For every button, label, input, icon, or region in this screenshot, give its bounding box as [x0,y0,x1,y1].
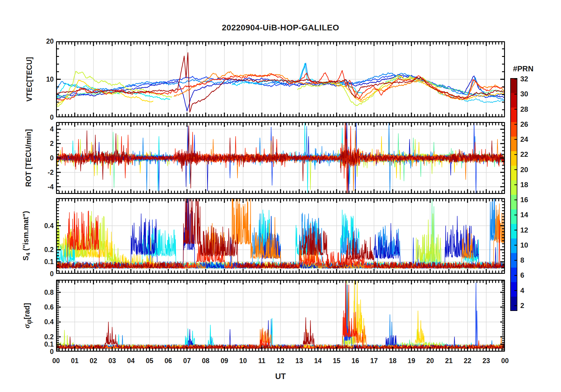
s4-panel-canvas [56,198,505,274]
vtec-panel-canvas [56,41,505,117]
y-tick-label: 2 [31,140,54,147]
colorbar-tick-label: 32 [520,75,541,83]
x-tick-label: 00 [52,357,60,364]
x-tick-label: 01 [71,357,79,364]
y-tick-label: 0 [31,348,54,355]
x-axis-label: UT [56,372,505,381]
x-tick-label: 17 [370,357,378,364]
colorbar-tick-label: 4 [520,287,541,294]
x-tick-label: 12 [277,357,284,364]
y-tick-label: -2 [31,169,54,176]
y-tick-label: 0.2 [31,333,54,341]
x-tick-label: 13 [296,357,303,364]
chart-title: 20220904-UiB-HOP-GALILEO [56,23,505,32]
x-tick-label: 22 [464,357,471,364]
y-tick-label: 0.8 [31,289,54,296]
y-tick-label: 0.1 [31,258,54,266]
colorbar-tick-label: 8 [520,256,541,264]
x-tick-label: 10 [239,357,247,364]
x-tick-label: 19 [408,357,415,364]
x-tick-label: 23 [483,357,490,364]
x-tick-label: 07 [183,357,191,364]
y-tick-label: 0.6 [31,303,54,311]
x-tick-label: 16 [352,357,359,364]
y-tick-label: 0 [31,113,54,121]
x-tick-label: 05 [146,357,153,364]
rot-panel-canvas [56,122,505,194]
y-tick-label: 20 [31,37,54,45]
colorbar-tick-label: 22 [520,151,541,158]
colorbar-tick-label: 18 [520,181,541,189]
y-tick-label: 4 [31,125,54,133]
colorbar-tick-label: 14 [520,211,541,219]
x-tick-label: 00 [501,357,509,364]
sigma-phi-panel-canvas [56,280,505,352]
y-tick-label: 0 [31,154,54,162]
y-tick-label: 10 [31,75,54,83]
colorbar-tick-label: 2 [520,302,541,309]
x-tick-label: 03 [108,357,116,364]
colorbar-tick-label: 6 [520,271,541,279]
colorbar-tick-label: 30 [520,90,541,98]
colorbar-tick-label: 12 [520,226,541,234]
x-tick-label: 06 [165,357,172,364]
x-tick-label: 02 [90,357,97,364]
colorbar-tick-label: 26 [520,121,541,128]
x-tick-label: 08 [202,357,210,364]
s4-axis-label: S4 ("ism.mat") [22,211,32,261]
colorbar-tick-label: 16 [520,196,541,204]
colorbar-tick-label: 28 [520,106,541,113]
y-tick-label: 0 [31,270,54,278]
y-tick-label: 0.2 [31,246,54,253]
colorbar-title: #PRN [505,64,542,73]
y-tick-label: -4 [31,183,54,191]
x-tick-label: 20 [427,357,434,364]
x-tick-label: 14 [314,357,322,364]
colorbar-tick-label: 20 [520,166,541,174]
y-tick-label: 0.4 [31,222,54,230]
x-tick-label: 21 [445,357,453,364]
x-tick-label: 04 [127,357,135,364]
x-tick-label: 09 [221,357,228,364]
x-tick-label: 11 [258,357,265,364]
figure-root: 20220904-UiB-HOP-GALILEO VTEC[TECU] ROT … [0,0,561,392]
prn-colorbar [510,78,517,311]
x-tick-label: 15 [333,357,340,364]
x-tick-label: 18 [389,357,397,364]
y-tick-label: 0.4 [31,318,54,326]
y-tick-label: 0.1 [31,340,54,348]
colorbar-tick-label: 24 [520,136,541,143]
colorbar-tick-label: 10 [520,241,541,249]
